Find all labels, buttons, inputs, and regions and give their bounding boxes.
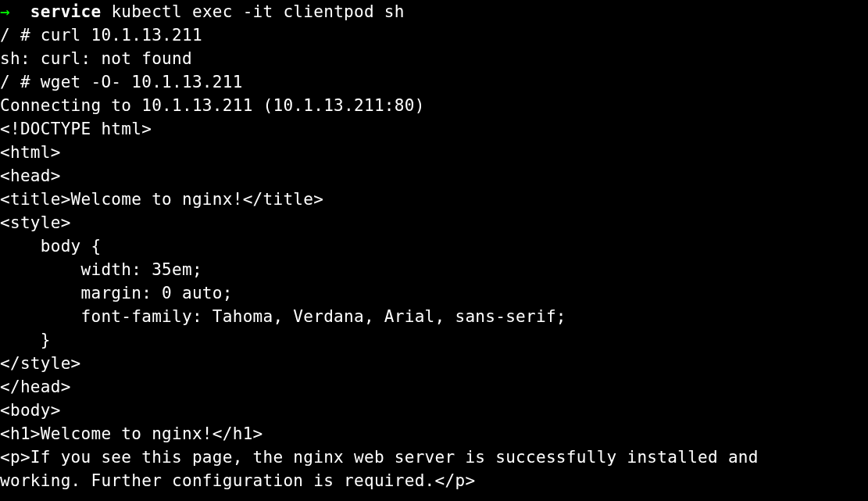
terminal-line: margin: 0 auto;: [0, 281, 868, 305]
prompt-arrow-icon: →: [0, 2, 10, 21]
terminal-line: <h1>Welcome to nginx!</h1>: [0, 422, 868, 446]
terminal-line: <body>: [0, 399, 868, 422]
terminal-line: font-family: Tahoma, Verdana, Arial, san…: [0, 305, 868, 328]
terminal-line: <head>: [0, 164, 868, 188]
terminal-line: <style>: [0, 211, 868, 234]
terminal-line: </head>: [0, 375, 868, 399]
terminal-line: Connecting to 10.1.13.211 (10.1.13.211:8…: [0, 94, 868, 117]
command-text: kubectl exec -it clientpod sh: [101, 2, 404, 21]
terminal-line: <!DOCTYPE html>: [0, 117, 868, 141]
terminal-line: <p>If you see this page, the nginx web s…: [0, 446, 868, 469]
terminal-line: body {: [0, 234, 868, 258]
terminal-line: width: 35em;: [0, 258, 868, 281]
terminal-output[interactable]: → service kubectl exec -it clientpod sh/…: [0, 0, 868, 492]
terminal-line: → service kubectl exec -it clientpod sh: [0, 0, 868, 23]
terminal-line: <title>Welcome to nginx!</title>: [0, 188, 868, 211]
terminal-line: sh: curl: not found: [0, 47, 868, 70]
terminal-line: }: [0, 328, 868, 352]
terminal-line: / # curl 10.1.13.211: [0, 23, 868, 47]
terminal-line: / # wget -O- 10.1.13.211: [0, 70, 868, 94]
terminal-line: </style>: [0, 352, 868, 375]
terminal-line: working. Further configuration is requir…: [0, 469, 868, 492]
terminal-line: <html>: [0, 141, 868, 164]
path-segment: service: [10, 2, 102, 21]
